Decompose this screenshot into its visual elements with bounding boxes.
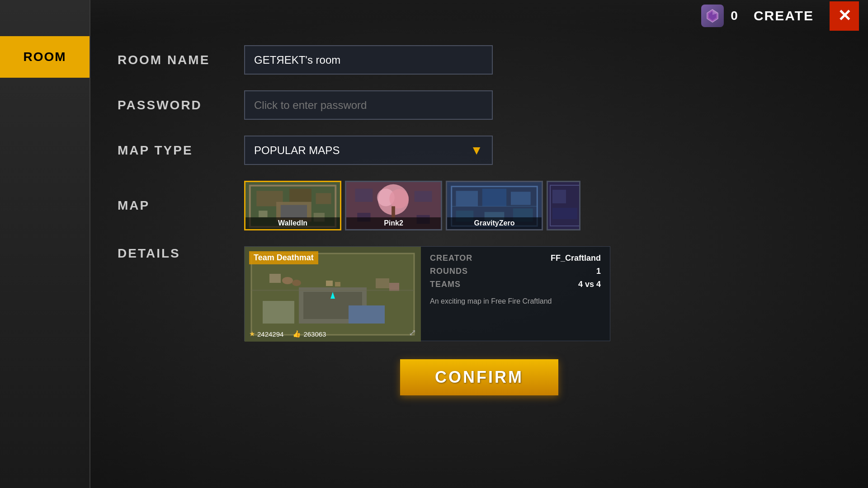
svg-rect-18 bbox=[415, 191, 432, 202]
map-label: MAP bbox=[118, 198, 244, 213]
svg-rect-42 bbox=[269, 274, 281, 283]
topbar: 0 CREATE ✕ bbox=[90, 0, 868, 32]
confirm-button[interactable]: CONFIRM bbox=[400, 359, 558, 395]
like-icon: 👍 bbox=[292, 330, 301, 338]
svg-rect-46 bbox=[335, 282, 340, 286]
password-input[interactable] bbox=[244, 90, 493, 120]
map-type-select[interactable]: POPULAR MAPS ▼ bbox=[244, 136, 493, 165]
svg-rect-7 bbox=[316, 193, 331, 204]
svg-point-41 bbox=[292, 280, 301, 286]
map-thumbnails: WalledIn bbox=[244, 181, 574, 230]
map-thumb-walledin[interactable]: WalledIn bbox=[244, 181, 341, 230]
map-row: MAP bbox=[118, 181, 841, 230]
map-type-row: MAP TYPE POPULAR MAPS ▼ bbox=[118, 136, 841, 165]
map-thumb-extra[interactable] bbox=[547, 181, 580, 230]
room-name-row: ROOM NAME bbox=[118, 45, 841, 75]
password-row: PASSWORD bbox=[118, 90, 841, 120]
main-content: ROOM NAME PASSWORD MAP TYPE POPULAR MAPS… bbox=[90, 32, 868, 488]
rounds-label: ROUNDS bbox=[430, 267, 468, 276]
creator-value: FF_Craftland bbox=[551, 253, 601, 263]
svg-rect-6 bbox=[289, 189, 311, 202]
details-row: DETAILS bbox=[118, 246, 841, 341]
svg-rect-39 bbox=[349, 305, 385, 324]
svg-rect-45 bbox=[326, 281, 333, 286]
svg-rect-33 bbox=[552, 208, 577, 219]
map-type-value: POPULAR MAPS bbox=[254, 144, 340, 157]
room-name-input[interactable] bbox=[244, 45, 493, 75]
svg-rect-25 bbox=[511, 192, 531, 205]
map-thumb-gravityzero[interactable]: GravityZero bbox=[446, 181, 543, 230]
map-type-label: MAP TYPE bbox=[118, 143, 244, 158]
rounds-value: 1 bbox=[596, 267, 601, 276]
map-thumb-pink2[interactable]: Pink2 bbox=[345, 181, 442, 230]
teams-value: 4 vs 4 bbox=[578, 280, 601, 289]
gem-count: 0 bbox=[731, 9, 738, 23]
svg-point-15 bbox=[389, 189, 409, 209]
svg-point-40 bbox=[282, 277, 293, 284]
sidebar: ROOM bbox=[0, 0, 90, 488]
creator-label: CREATOR bbox=[430, 253, 472, 263]
map-detail-title: Team Deathmat bbox=[249, 251, 318, 264]
like-count: 263063 bbox=[303, 330, 326, 338]
star-count: 2424294 bbox=[257, 330, 283, 338]
svg-rect-10 bbox=[259, 211, 267, 217]
svg-rect-23 bbox=[456, 191, 478, 206]
teams-row: TEAMS 4 vs 4 bbox=[430, 280, 601, 289]
gravityzero-label: GravityZero bbox=[447, 217, 542, 229]
details-box: Team Deathmat ★ 2424294 👍 263063 ⤢ CREAT bbox=[244, 246, 610, 341]
close-button[interactable]: ✕ bbox=[830, 1, 859, 31]
room-name-label: ROOM NAME bbox=[118, 53, 244, 67]
svg-rect-24 bbox=[482, 189, 506, 206]
svg-rect-47 bbox=[251, 290, 414, 291]
details-description: An exciting map in Free Fire Craftland bbox=[430, 296, 601, 306]
chevron-down-icon: ▼ bbox=[470, 143, 483, 158]
svg-rect-38 bbox=[263, 301, 294, 324]
details-label: DETAILS bbox=[118, 246, 244, 261]
star-icon: ★ bbox=[249, 330, 255, 338]
svg-rect-32 bbox=[552, 190, 566, 203]
teams-label: TEAMS bbox=[430, 280, 461, 289]
create-button[interactable]: CREATE bbox=[745, 6, 823, 26]
svg-rect-43 bbox=[376, 278, 389, 288]
pink2-label: Pink2 bbox=[346, 217, 441, 229]
svg-rect-9 bbox=[281, 205, 307, 218]
map-detail-stats: ★ 2424294 👍 263063 bbox=[249, 330, 326, 338]
details-info: CREATOR FF_Craftland ROUNDS 1 TEAMS 4 vs… bbox=[421, 247, 610, 341]
topbar-right: 0 CREATE ✕ bbox=[701, 1, 859, 31]
expand-icon[interactable]: ⤢ bbox=[409, 327, 416, 338]
details-map-image: Team Deathmat ★ 2424294 👍 263063 ⤢ bbox=[245, 247, 421, 342]
gem-icon bbox=[701, 5, 724, 27]
walledin-label: WalledIn bbox=[245, 217, 340, 229]
svg-rect-30 bbox=[548, 181, 580, 230]
creator-row: CREATOR FF_Craftland bbox=[430, 253, 601, 263]
password-label: PASSWORD bbox=[118, 98, 244, 113]
rounds-row: ROUNDS 1 bbox=[430, 267, 601, 276]
sidebar-room-tab[interactable]: ROOM bbox=[0, 36, 90, 78]
svg-rect-17 bbox=[355, 189, 373, 202]
